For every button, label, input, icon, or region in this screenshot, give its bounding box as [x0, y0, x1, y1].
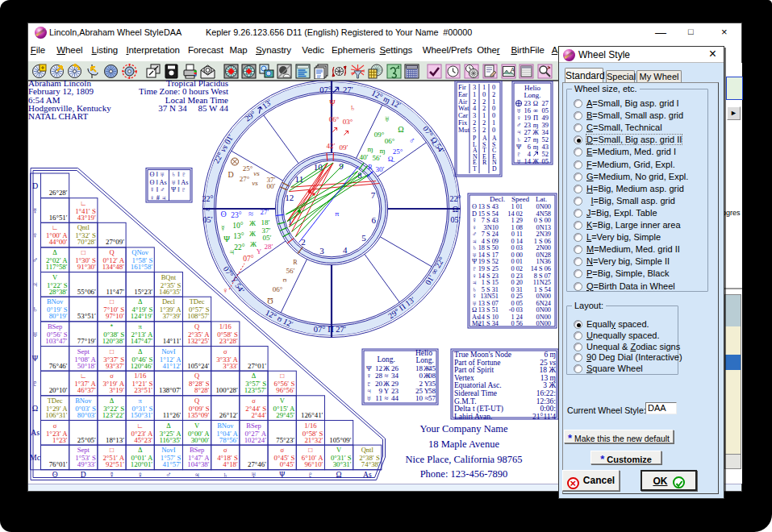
svg-text:NATAL CHART: NATAL CHART [28, 111, 88, 121]
svg-text:V: V [280, 397, 286, 405]
svg-text:Ж: Ж [249, 219, 257, 227]
svg-text:05: 05 [542, 157, 549, 165]
svg-text:23°: 23° [231, 211, 242, 219]
svg-text:σ: σ [223, 446, 227, 454]
svg-text:43°19′: 43°19′ [77, 214, 96, 222]
svg-text:♄: ♄ [349, 102, 356, 112]
svg-text:Ψ: Ψ [329, 98, 336, 107]
svg-text:2°44′: 2°44′ [251, 411, 266, 419]
svg-text:ʘ: ʘ [52, 471, 58, 479]
svg-text:♀ # ♃: ♀ # ♃ [150, 194, 167, 202]
svg-text:Air: Air [458, 98, 467, 106]
svg-text:vs: vs [252, 179, 258, 187]
svg-text:BNov: BNov [47, 297, 64, 305]
svg-text:6: 6 [371, 215, 376, 225]
svg-text:*: * [111, 322, 114, 330]
svg-text:∟: ∟ [80, 372, 86, 380]
svg-text:π: π [139, 322, 143, 330]
svg-text:46°37′: 46°37′ [77, 386, 96, 394]
svg-text:Ψ: Ψ [223, 235, 230, 243]
svg-text:BQnt: BQnt [161, 273, 177, 281]
svg-text:Mut: Mut [458, 127, 470, 134]
svg-text:Fir: Fir [458, 84, 466, 91]
svg-text:Δ: Δ [252, 372, 257, 380]
svg-text:□: □ [110, 297, 114, 305]
svg-text:14: 14 [524, 157, 532, 165]
svg-text:28′: 28′ [265, 243, 273, 251]
svg-text:2: 2 [492, 91, 495, 98]
svg-text:TDec: TDec [190, 297, 205, 305]
svg-text:56′: 56′ [373, 154, 382, 162]
svg-text:Long.: Long. [524, 91, 540, 99]
svg-text:□: □ [280, 372, 284, 380]
svg-text:ʘ ‖ As: ʘ ‖ As [150, 179, 167, 186]
svg-text:21°11'4: 21°11'4 [532, 413, 556, 421]
svg-text:Sidereal Time: Sidereal Time [454, 389, 497, 397]
svg-text:108°57′: 108°57′ [187, 312, 210, 320]
svg-text:0: 0 [492, 127, 495, 134]
svg-text:93°37′: 93°37′ [106, 362, 124, 370]
svg-text:4°18′: 4°18′ [223, 460, 238, 468]
svg-text:1/16: 1/16 [219, 322, 232, 330]
svg-text:Ω: Ω [32, 404, 38, 413]
svg-text:Part of Fortune: Part of Fortune [454, 359, 501, 367]
svg-text:7: 7 [371, 190, 376, 200]
svg-text:♇: ♇ [307, 471, 313, 479]
svg-text:Mc: Mc [30, 453, 41, 462]
svg-text:5: 5 [361, 233, 366, 243]
svg-text:R: R [293, 259, 298, 266]
svg-text:116°35′: 116°35′ [159, 436, 181, 444]
svg-text:06°: 06° [273, 285, 283, 293]
svg-text:Δ: Δ [166, 422, 171, 430]
svg-text:120°38′: 120°38′ [102, 337, 125, 345]
svg-text:96°10′: 96°10′ [304, 460, 323, 468]
svg-text:Lahiri Avan.: Lahiri Avan. [454, 413, 492, 421]
svg-text:T: T [473, 165, 477, 172]
svg-text:25°: 25° [393, 148, 403, 156]
svg-text:A: A [511, 67, 515, 73]
svg-text:106°31′: 106°31′ [45, 411, 68, 419]
svg-text:27°: 27° [240, 175, 250, 183]
svg-text:22°: 22° [450, 194, 461, 203]
svg-text:♀: ♀ [137, 471, 143, 479]
svg-text:Ω: Ω [336, 471, 342, 479]
svg-text:ʘ: ʘ [220, 210, 226, 218]
svg-text:♄ ‖ ♇: ♄ ‖ ♇ [171, 171, 186, 178]
svg-text:Υ: Υ [257, 247, 262, 256]
svg-text:V: V [194, 422, 200, 430]
svg-text:80°03′: 80°03′ [77, 411, 96, 419]
svg-text:Speed: Speed [511, 195, 529, 203]
svg-text:80°19′: 80°19′ [49, 312, 68, 320]
svg-text:14°11′: 14°11′ [163, 337, 182, 345]
svg-text:70°28′: 70°28′ [77, 238, 96, 246]
svg-text:41°12′: 41°12′ [162, 362, 181, 370]
svg-text:120°01′: 120°01′ [131, 460, 153, 468]
svg-text:07° Π 27′: 07° Π 27′ [314, 325, 346, 334]
svg-text:♂: ♂ [32, 256, 39, 264]
svg-text:Part of Spirit: Part of Spirit [454, 366, 494, 374]
svg-text:True Moon's Node: True Moon's Node [454, 351, 511, 359]
svg-text:42′: 42′ [327, 142, 336, 150]
svg-text:Decl: Decl [162, 297, 176, 305]
svg-text:50°18′: 50°18′ [77, 362, 96, 370]
svg-text:σ: σ [252, 397, 256, 405]
svg-text:123°22′: 123°22′ [102, 411, 125, 419]
svg-text:5: 5 [473, 127, 476, 134]
svg-text:07°: 07° [243, 255, 254, 263]
svg-text:06°: 06° [385, 137, 395, 145]
svg-text:Your Company Name: Your Company Name [419, 423, 508, 434]
svg-text:11°26′: 11°26′ [163, 411, 182, 419]
svg-text:147°47′: 147°47′ [131, 337, 153, 345]
svg-text:74°38′: 74°38′ [361, 460, 380, 468]
svg-text:π: π [335, 210, 340, 218]
svg-text:Δ: Δ [138, 297, 143, 305]
svg-text:∟: ∟ [80, 199, 86, 207]
svg-text:D: D [81, 471, 86, 479]
svg-text:♅: ♅ [384, 114, 390, 123]
svg-text:D: D [32, 181, 38, 190]
svg-text:2: 2 [482, 127, 486, 134]
svg-text:25°05′: 25°05′ [77, 436, 96, 444]
svg-text:Qntl: Qntl [361, 446, 374, 454]
svg-text:∟: ∟ [137, 422, 144, 430]
svg-text:120°46′: 120°46′ [131, 362, 153, 370]
